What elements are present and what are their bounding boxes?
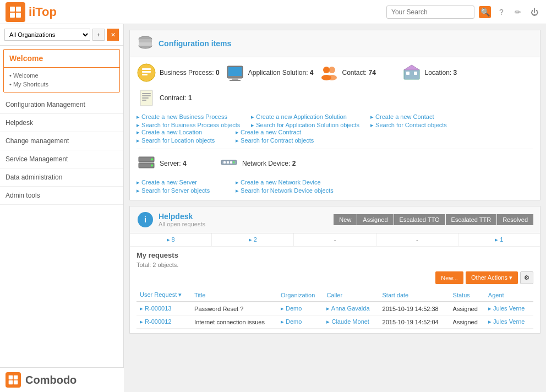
bp-links: Create a new Business Process Search for…: [136, 113, 240, 129]
location-links: Create a new Location Search for Locatio…: [136, 129, 225, 144]
col-user-request[interactable]: User Request ▾: [136, 288, 191, 302]
search-network-link[interactable]: Search for Network Device objects: [236, 187, 334, 194]
svg-text:i: i: [144, 215, 146, 224]
svg-rect-35: [223, 161, 226, 164]
sidebar-item-data-admin[interactable]: Data administration: [0, 168, 123, 187]
row2-caller: Claude Monet: [323, 315, 379, 329]
col-status[interactable]: Status: [450, 288, 485, 302]
row2-id[interactable]: R-000012: [136, 315, 191, 329]
config-items-header: Configuration items: [130, 30, 540, 57]
server-links: Create a new Server Search for Server ob…: [136, 179, 225, 194]
tab-assigned[interactable]: Assigned: [357, 214, 393, 225]
search-contact-link[interactable]: Search for Contact objects: [370, 122, 458, 129]
contract-label: Contract: 1: [160, 94, 192, 102]
helpdesk-icon: i: [136, 211, 154, 228]
create-contact-link[interactable]: Create a new Contact: [370, 113, 458, 121]
search-input[interactable]: [386, 6, 474, 19]
create-app-link[interactable]: Create a new Application Solution: [251, 113, 359, 121]
col-agent[interactable]: Agent: [485, 288, 533, 302]
svg-rect-26: [142, 93, 151, 94]
contact-links: Create a new Contact Search for Contact …: [370, 113, 458, 129]
main-content: Configuration items Business Process: 0: [124, 24, 546, 392]
svg-rect-9: [142, 68, 151, 70]
row2-agent: Jules Verne: [485, 315, 533, 329]
sidebar-item-change-mgmt[interactable]: Change management: [0, 132, 123, 150]
sidebar-item-config-mgmt[interactable]: Configuration Management: [0, 96, 123, 114]
svg-rect-7: [139, 42, 152, 46]
tab-escalated-ttr[interactable]: Escalated TTR: [446, 214, 497, 225]
row2-caller-link[interactable]: Claude Monet: [326, 318, 369, 325]
svg-point-17: [329, 67, 335, 73]
tab-resolved[interactable]: Resolved: [497, 214, 533, 225]
row2-org-link[interactable]: Demo: [281, 318, 302, 325]
col-organization[interactable]: Organization: [277, 288, 323, 302]
org-selector: All Organizations + ✕: [0, 24, 123, 46]
row1-id[interactable]: R-000013: [136, 302, 191, 315]
create-server-link[interactable]: Create a new Server: [136, 179, 225, 186]
svg-rect-10: [142, 71, 151, 73]
welcome-links: Welcome My Shortcuts: [4, 68, 119, 92]
row1-caller-link[interactable]: Anna Gavalda: [326, 305, 369, 312]
create-network-link[interactable]: Create a new Network Device: [236, 179, 334, 186]
svg-rect-21: [406, 72, 410, 75]
svg-rect-14: [232, 78, 238, 80]
svg-rect-29: [142, 100, 146, 101]
row1-caller: Anna Gavalda: [323, 302, 379, 315]
contact-icon: [319, 63, 339, 83]
total-count: Total: 2 objects.: [136, 262, 533, 268]
svg-rect-27: [142, 95, 151, 96]
other-actions-button[interactable]: Other Actions ▾: [466, 271, 518, 284]
helpdesk-header: i Helpdesk All open requests New Assigne…: [130, 206, 540, 233]
counts-row: ▸ 8 ▸ 2 - - ▸ 1: [130, 233, 540, 247]
footer: Combodo: [0, 367, 124, 392]
org-add-button[interactable]: +: [92, 29, 105, 41]
col-start-date[interactable]: Start date: [379, 288, 450, 302]
server-icon: [136, 154, 156, 173]
welcome-section: Welcome Welcome My Shortcuts: [3, 49, 120, 92]
create-contract-link[interactable]: Create a new Contract: [236, 129, 324, 136]
search-contract-link[interactable]: Search for Contract objects: [236, 137, 324, 144]
col-caller[interactable]: Caller: [323, 288, 379, 302]
search-server-link[interactable]: Search for Server objects: [136, 187, 225, 194]
welcome-link-welcome[interactable]: Welcome: [9, 71, 114, 80]
col-title[interactable]: Title: [191, 288, 277, 302]
help-icon[interactable]: ?: [495, 6, 507, 18]
footer-brand: Combodo: [25, 374, 77, 386]
edit-icon[interactable]: ✏: [512, 6, 524, 18]
sidebar-item-admin-tools[interactable]: Admin tools: [0, 187, 123, 205]
config-item-network: Network Device: 2: [219, 154, 296, 173]
search-location-link[interactable]: Search for Location objects: [136, 137, 225, 144]
helpdesk-title-area: i Helpdesk All open requests: [136, 211, 205, 228]
footer-logo: [6, 372, 21, 388]
svg-rect-42: [14, 375, 18, 380]
search-app-link[interactable]: Search for Application Solution objects: [251, 122, 359, 129]
svg-rect-36: [227, 161, 229, 164]
location-label: Location: 3: [425, 69, 457, 77]
search-bp-link[interactable]: Search for Business Process objects: [136, 122, 240, 129]
config-item-server: Server: 4: [136, 154, 214, 173]
create-bp-link[interactable]: Create a new Business Process: [136, 113, 240, 121]
helpdesk-panel: i Helpdesk All open requests New Assigne…: [129, 206, 540, 334]
sidebar-item-helpdesk[interactable]: Helpdesk: [0, 114, 123, 132]
sidebar-item-service-mgmt[interactable]: Service Management: [0, 150, 123, 168]
tab-new[interactable]: New: [334, 214, 357, 225]
app-links: Create a new Application Solution Search…: [251, 113, 359, 129]
org-dropdown[interactable]: All Organizations: [4, 29, 90, 41]
row2-agent-link[interactable]: Jules Verne: [488, 318, 525, 325]
tab-escalated-tto[interactable]: Escalated TTO: [394, 214, 445, 225]
org-remove-button[interactable]: ✕: [107, 29, 119, 41]
table-settings-button[interactable]: ⚙: [520, 271, 533, 284]
create-location-link[interactable]: Create a new Location: [136, 129, 225, 136]
row1-org-link[interactable]: Demo: [281, 305, 302, 312]
count-new: ▸ 8: [130, 233, 212, 246]
new-request-button[interactable]: New...: [435, 271, 463, 284]
config-items-body: Business Process: 0 Application Solution…: [130, 57, 540, 200]
svg-rect-44: [14, 380, 18, 385]
config-item-location: Location: 3: [402, 63, 479, 83]
network-links: Create a new Network Device Search for N…: [236, 179, 334, 194]
welcome-link-shortcuts[interactable]: My Shortcuts: [9, 80, 114, 89]
power-icon[interactable]: ⏻: [528, 6, 540, 18]
search-button[interactable]: 🔍: [479, 6, 491, 18]
row1-agent-link[interactable]: Jules Verne: [488, 305, 525, 312]
svg-marker-24: [404, 65, 419, 70]
